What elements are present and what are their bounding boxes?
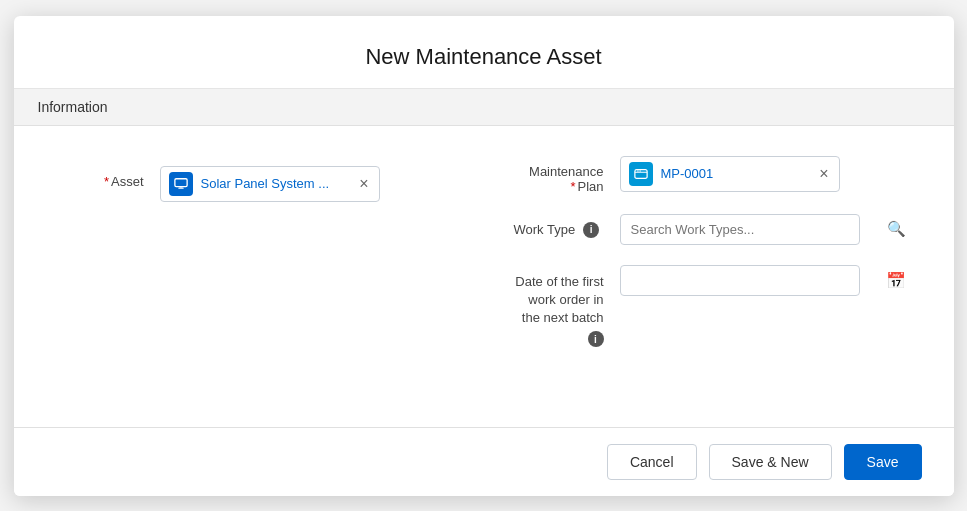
asset-lookup-pill[interactable]: Solar Panel System ... × xyxy=(160,166,380,202)
asset-clear-button[interactable]: × xyxy=(357,176,370,192)
work-type-info-icon[interactable]: i xyxy=(583,222,599,238)
date-info-row: i xyxy=(584,331,604,347)
asset-field-row: *Asset Solar Panel System ... xyxy=(54,166,454,202)
form-body: *Asset Solar Panel System ... xyxy=(14,126,954,427)
asset-pill-text: Solar Panel System ... xyxy=(201,176,350,191)
maintenance-plan-field-value: MP-0001 × xyxy=(620,156,914,192)
save-new-button[interactable]: Save & New xyxy=(709,444,832,480)
modal-title: New Maintenance Asset xyxy=(14,16,954,89)
asset-field-value: Solar Panel System ... × xyxy=(160,166,454,202)
maintenance-plan-label: Maintenance *Plan xyxy=(514,156,604,194)
work-type-field-value: 🔍 xyxy=(620,214,914,245)
cancel-button[interactable]: Cancel xyxy=(607,444,697,480)
svg-point-6 xyxy=(639,170,640,171)
maintenance-plan-pill-icon xyxy=(629,162,653,186)
svg-rect-3 xyxy=(634,169,646,178)
section-label: Information xyxy=(14,89,954,126)
svg-rect-1 xyxy=(178,187,183,188)
date-label: Date of the first work order in the next… xyxy=(515,265,603,328)
asset-icon xyxy=(174,177,188,191)
modal-footer: Cancel Save & New Save xyxy=(14,427,954,496)
maintenance-plan-icon xyxy=(634,167,648,181)
date-label-wrap: Date of the first work order in the next… xyxy=(514,265,604,348)
work-type-label: Work Type i xyxy=(514,214,604,238)
maintenance-plan-lookup-pill[interactable]: MP-0001 × xyxy=(620,156,840,192)
asset-row: *Asset Solar Panel System ... xyxy=(54,156,454,407)
date-field-value: 📅 xyxy=(620,265,914,296)
date-input-wrap: 📅 xyxy=(620,265,914,296)
maintenance-plan-clear-button[interactable]: × xyxy=(817,166,830,182)
maintenance-plan-row: Maintenance *Plan xyxy=(514,156,914,194)
work-type-search-icon: 🔍 xyxy=(887,220,906,238)
svg-rect-0 xyxy=(174,178,186,186)
maintenance-plan-required-star: * xyxy=(570,179,575,194)
modal-dialog: New Maintenance Asset Information *Asset xyxy=(14,16,954,496)
work-type-search-wrap: 🔍 xyxy=(620,214,914,245)
date-row: Date of the first work order in the next… xyxy=(514,265,914,348)
date-input[interactable] xyxy=(620,265,860,296)
svg-point-5 xyxy=(637,170,638,171)
work-type-row: Work Type i 🔍 xyxy=(514,214,914,245)
work-type-search-input[interactable] xyxy=(620,214,860,245)
date-info-icon[interactable]: i xyxy=(588,331,604,347)
asset-label: *Asset xyxy=(54,166,144,189)
calendar-icon[interactable]: 📅 xyxy=(886,271,906,290)
maintenance-plan-pill-text: MP-0001 xyxy=(661,166,810,181)
asset-required-star: * xyxy=(104,174,109,189)
save-button[interactable]: Save xyxy=(844,444,922,480)
right-col: Maintenance *Plan xyxy=(514,156,914,407)
asset-pill-icon xyxy=(169,172,193,196)
